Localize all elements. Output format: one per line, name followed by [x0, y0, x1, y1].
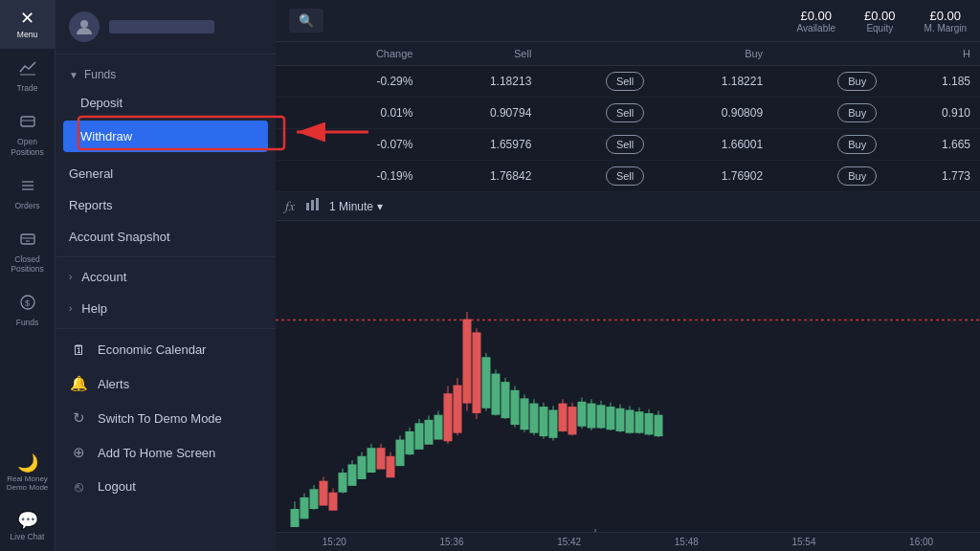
nav-item-trade[interactable]: Trade — [0, 49, 55, 102]
nav-label-funds: Funds — [16, 318, 39, 327]
nav-item-real-money[interactable]: 🌙 Real Money Demo Mode — [0, 445, 55, 502]
sidebar-item-economic-calendar[interactable]: 🗓 Economic Calendar — [56, 333, 276, 366]
funds-section: ▼ Funds Deposit Withdraw — [56, 55, 276, 158]
account-label: Account — [81, 270, 126, 284]
svg-rect-55 — [473, 333, 480, 412]
available-value: £0.00 — [801, 9, 833, 23]
funds-icon: $ — [18, 293, 37, 315]
sidebar-divider-2 — [56, 328, 276, 329]
chart-area: − + 15:20 15:36 15:42 15:48 15:54 16:00 — [276, 221, 980, 551]
bell-icon: 🔔 — [69, 375, 88, 392]
margin-value: £0.00 — [930, 9, 962, 23]
sell-button[interactable]: Sell — [606, 103, 644, 122]
svg-rect-85 — [616, 409, 624, 430]
trade-icon — [18, 58, 37, 80]
cell-buy-price: 1.66001 — [654, 129, 772, 161]
nav-label-real-money: Real Money Demo Mode — [0, 474, 55, 493]
balance-available: £0.00 Available — [797, 9, 835, 33]
chart-tool-indicator[interactable] — [304, 197, 320, 215]
sell-button[interactable]: Sell — [606, 72, 644, 91]
sidebar-divider-1 — [56, 256, 276, 257]
add-home-label: Add To Home Screen — [98, 446, 215, 460]
market-table: Change Sell Buy H -0.29% 1.18213 Sell 1.… — [276, 42, 980, 192]
cell-name — [276, 161, 313, 192]
cell-name — [276, 98, 313, 129]
nav-item-live-chat[interactable]: 💬 Live Chat — [0, 502, 55, 551]
sell-button[interactable]: Sell — [606, 166, 644, 186]
svg-rect-83 — [607, 408, 614, 429]
open-positions-icon — [18, 112, 37, 134]
sidebar-group-help[interactable]: › Help — [56, 293, 276, 324]
sidebar-item-deposit[interactable]: Deposit — [56, 87, 276, 119]
buy-button[interactable]: Buy — [837, 103, 877, 122]
nav-item-closed-positions[interactable]: Closed Positions — [0, 220, 55, 283]
svg-rect-13 — [311, 200, 314, 210]
sidebar-user — [56, 0, 276, 55]
time-label-6: 16:00 — [909, 537, 933, 547]
sidebar-item-reports[interactable]: Reports — [56, 189, 276, 221]
cell-change: -0.07% — [313, 129, 422, 161]
nav-item-funds[interactable]: $ Funds — [0, 283, 55, 337]
sidebar-item-general[interactable]: General — [56, 158, 276, 189]
chat-icon: 💬 — [17, 512, 38, 529]
svg-rect-79 — [588, 404, 595, 427]
closed-positions-icon — [18, 230, 37, 252]
nav-item-menu[interactable]: ✕ Menu — [0, 0, 55, 49]
svg-rect-77 — [578, 403, 586, 426]
svg-rect-51 — [454, 386, 461, 432]
svg-rect-1 — [21, 117, 34, 126]
help-label: Help — [81, 301, 107, 316]
svg-rect-14 — [316, 198, 319, 210]
cell-buy-btn: Buy — [772, 129, 886, 161]
balance-equity: £0.00 Equity — [864, 9, 896, 33]
market-table-container: Change Sell Buy H -0.29% 1.18213 Sell 1.… — [276, 42, 980, 192]
funds-chevron: ▼ — [69, 70, 78, 80]
left-navigation: ✕ Menu Trade Open Positions — [0, 0, 56, 551]
table-header-row: Change Sell Buy H — [276, 42, 980, 66]
cell-h: 1.773 — [886, 161, 980, 192]
sidebar-item-add-home[interactable]: ⊕ Add To Home Screen — [56, 435, 276, 470]
available-label: Available — [797, 23, 835, 33]
time-label-5: 15:54 — [791, 537, 815, 547]
funds-section-header[interactable]: ▼ Funds — [56, 58, 276, 87]
th-sell-btn — [541, 42, 654, 66]
sidebar-group-account[interactable]: › Account — [56, 261, 276, 293]
table-row: -0.07% 1.65976 Sell 1.66001 Buy 1.665 — [276, 129, 980, 161]
equity-value: £0.00 — [864, 9, 896, 23]
svg-rect-27 — [339, 474, 346, 492]
cell-sell-price: 1.18213 — [422, 66, 541, 98]
time-selector[interactable]: 1 Minute ▾ — [329, 200, 383, 213]
svg-rect-19 — [301, 498, 308, 518]
nav-item-orders[interactable]: Orders — [0, 166, 55, 220]
sell-button[interactable]: Sell — [606, 135, 644, 154]
buy-button[interactable]: Buy — [837, 135, 877, 154]
th-change: Change — [313, 42, 422, 66]
cell-sell-price: 1.65976 — [422, 129, 541, 161]
nav-label-orders: Orders — [15, 201, 40, 210]
sidebar-item-account-snapshot[interactable]: Account Snapshot — [56, 221, 276, 253]
fx-label[interactable]: 𝑓𝑥 — [285, 198, 295, 214]
sidebar-item-logout[interactable]: ⎋ Logout — [56, 470, 276, 503]
search-box[interactable]: 🔍 — [289, 9, 323, 33]
equity-label: Equity — [866, 23, 893, 33]
chart-toolbar: 𝑓𝑥 1 Minute ▾ — [276, 192, 980, 221]
buy-button[interactable]: Buy — [837, 72, 877, 91]
sidebar-item-switch-demo[interactable]: ↻ Switch To Demo Mode — [56, 401, 276, 435]
svg-rect-81 — [597, 406, 605, 427]
cell-sell-btn: Sell — [541, 66, 654, 98]
th-sell: Sell — [422, 42, 541, 66]
svg-rect-35 — [377, 449, 385, 469]
switch-demo-label: Switch To Demo Mode — [98, 411, 222, 426]
nav-item-open-positions[interactable]: Open Positions — [0, 102, 55, 165]
logout-label: Logout — [98, 479, 136, 494]
table-row: 0.01% 0.90794 Sell 0.90809 Buy 0.910 — [276, 98, 980, 129]
buy-button[interactable]: Buy — [837, 166, 877, 186]
cell-change: -0.19% — [313, 161, 422, 192]
th-buy: Buy — [654, 42, 772, 66]
sidebar-item-alerts[interactable]: 🔔 Alerts — [56, 366, 276, 401]
svg-rect-57 — [482, 358, 490, 408]
sidebar-item-withdraw[interactable]: Withdraw — [63, 121, 268, 152]
svg-rect-41 — [406, 432, 413, 453]
cell-change: 0.01% — [313, 98, 422, 129]
svg-rect-31 — [358, 457, 366, 478]
